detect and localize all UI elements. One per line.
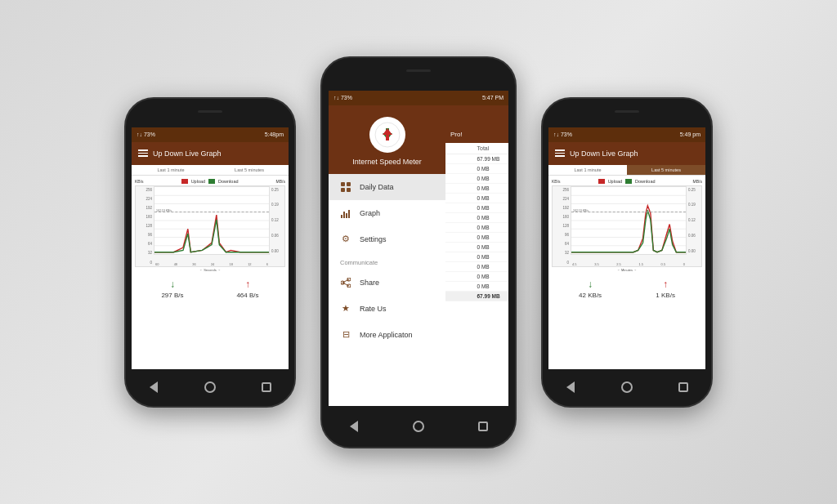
right-back-button[interactable] [563, 380, 578, 395]
settings-label: Settings [360, 235, 387, 243]
svg-rect-21 [348, 210, 350, 218]
center-content-header: Pro! [445, 105, 508, 143]
col-total: Total [477, 145, 504, 151]
right-download-legend-icon [625, 179, 632, 184]
right-phone-screen: ↑↓ 73% 5:49 pm Up Down Live Graph Last 1… [548, 127, 705, 369]
drawer-graph[interactable]: Graph [329, 200, 445, 226]
right-upload-arrow: ↑ [663, 279, 668, 290]
right-download-label: Download [635, 179, 655, 184]
center-content: Internet Speed Meter Daily Data [329, 105, 508, 406]
left-recents-button[interactable] [259, 380, 274, 395]
left-download-arrow: ↓ [170, 279, 175, 290]
left-kb-label: KB/s [135, 179, 144, 184]
left-hamburger-icon[interactable] [138, 149, 148, 157]
left-graph-svg [154, 187, 269, 254]
left-nav-bar [126, 369, 294, 406]
left-app-title: Up Down Live Graph [153, 149, 222, 158]
left-tab-5min[interactable]: Last 5 minutes [210, 165, 289, 175]
left-time: 5:48pm [265, 132, 284, 137]
table-row: 0 MB [445, 213, 508, 223]
center-home-button[interactable] [411, 419, 426, 434]
right-home-button[interactable] [620, 380, 634, 395]
center-back-button[interactable] [347, 419, 361, 434]
left-phone-speaker [198, 110, 222, 113]
right-graph-area: 256 224 192 160 128 96 64 32 0 162.19 KB… [552, 185, 702, 267]
table-row: 0 MB [445, 203, 508, 213]
right-graph-plot: 162.19 KB/s [571, 186, 687, 255]
center-phone-speaker [406, 69, 431, 72]
left-graph-header: KB/s Upload Download MB/s [135, 179, 285, 184]
daily-data-svg [341, 182, 351, 192]
table-row: 0 MB [445, 243, 508, 252]
right-tab-5min[interactable]: Last 5 minutes [627, 165, 705, 175]
table-footer-row: 67.99 MB [445, 292, 508, 301]
rate-label: Rate Us [360, 305, 387, 313]
more-icon: ⊟ [340, 329, 351, 341]
left-signal-icon: ↑↓ 73% [137, 132, 155, 137]
table-row: 0 MB [445, 174, 508, 184]
right-kb-value: 162.19 KB/s [573, 209, 589, 212]
left-home-button[interactable] [203, 380, 217, 395]
settings-icon: ⚙ [340, 234, 351, 245]
right-upload-label: Upload [608, 179, 622, 184]
svg-rect-0 [181, 179, 188, 184]
table-row: 0 MB [445, 194, 508, 203]
rate-icon: ★ [340, 303, 351, 314]
drawer-daily-data[interactable]: Daily Data [329, 174, 445, 200]
left-y-axis: 256 224 192 160 128 96 64 32 0 [136, 186, 154, 266]
right-download-arrow: ↓ [588, 279, 593, 290]
drawer-more[interactable]: ⊟ More Applicaton [329, 322, 445, 348]
center-status-bar: ↑↓ 73% 5:47 PM [329, 91, 508, 105]
left-upload-arrow: ↑ [245, 279, 250, 290]
daily-data-icon [340, 181, 351, 193]
share-svg [341, 278, 351, 288]
right-nav-bar [543, 369, 711, 406]
right-speed-display: ↓ 42 KB/s ↑ 1 KB/s [548, 274, 705, 304]
left-back-button[interactable] [146, 380, 161, 395]
left-app-header: Up Down Live Graph [132, 142, 289, 165]
center-data-table: Total 67.99 MB 0 MB 0 MB [445, 143, 508, 406]
center-signal: ↑↓ 73% [333, 95, 352, 100]
center-phone-screen: ↑↓ 73% 5:47 PM [329, 91, 508, 406]
table-row: 0 MB [445, 233, 508, 243]
graph-label: Graph [360, 209, 380, 217]
more-label: More Applicaton [360, 331, 413, 339]
drawer-rate[interactable]: ★ Rate Us [329, 296, 445, 322]
scene: ↑↓ 73% 5:48pm Up Down Live Graph Last 1 … [0, 0, 837, 504]
right-mb-label: MB/s [693, 179, 702, 184]
drawer-app-title: Internet Speed Meter [352, 158, 422, 166]
right-upload-value: 1 KB/s [656, 292, 675, 299]
graph-svg [341, 208, 351, 218]
download-legend-icon [208, 179, 215, 184]
svg-rect-19 [343, 212, 345, 218]
left-r-axis: 0.25 0.19 0.12 0.06 0.00 [270, 186, 284, 255]
drawer-panel: Internet Speed Meter Daily Data [329, 105, 445, 406]
drawer-settings[interactable]: ⚙ Settings [329, 226, 445, 252]
drawer-share[interactable]: Share [329, 270, 445, 296]
right-graph-legend: Upload Download [598, 179, 656, 184]
right-y-axis: 256 224 192 160 128 96 64 32 0 [553, 186, 571, 266]
right-hamburger-icon[interactable] [555, 149, 565, 157]
left-tab-1min[interactable]: Last 1 minute [132, 165, 210, 175]
table-header: Total [445, 143, 508, 154]
svg-rect-13 [386, 135, 389, 140]
center-recents-button[interactable] [476, 419, 490, 434]
right-recents-button[interactable] [676, 380, 691, 395]
left-graph-area: 256 224 192 160 128 96 64 32 0 16 [135, 185, 285, 267]
right-graph-container: KB/s Upload Download MB/s 256 224 192 16… [548, 176, 705, 274]
center-nav-bar [322, 406, 515, 447]
right-graph-header: KB/s Upload Download MB/s [552, 179, 702, 184]
left-kb-value: 162.19 KB/s [156, 209, 172, 212]
table-row: 0 MB [445, 252, 508, 262]
communicate-header: Communicate [329, 252, 445, 270]
right-status-bar: ↑↓ 73% 5:49 pm [548, 127, 705, 142]
svg-rect-15 [347, 182, 351, 186]
left-speed-display: ↓ 297 B/s ↑ 464 B/s [132, 274, 289, 304]
right-graph-svg [571, 187, 686, 254]
svg-rect-17 [347, 188, 351, 192]
phone-left: ↑↓ 73% 5:48pm Up Down Live Graph Last 1 … [124, 97, 296, 408]
center-right-content: Pro! Total 67.99 MB 0 MB [445, 105, 508, 406]
left-download-value: 297 B/s [161, 292, 183, 299]
right-tab-1min[interactable]: Last 1 minute [548, 165, 627, 175]
right-app-title: Up Down Live Graph [570, 149, 638, 158]
